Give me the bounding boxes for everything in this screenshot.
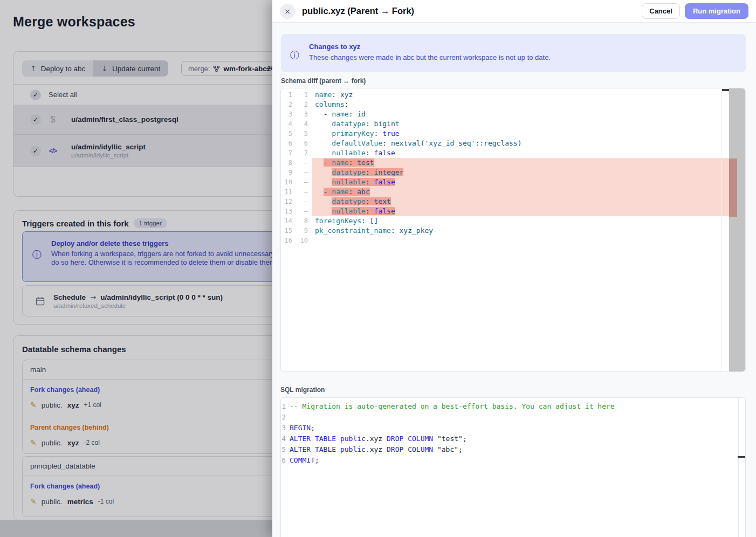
code-token: :: [366, 120, 374, 128]
code-token: DROP COLUMN: [387, 435, 437, 443]
code-token: xyz: [370, 445, 387, 453]
sql-code-line[interactable]: 5ALTER TABLE public.xyz DROP COLUMN "abc…: [281, 444, 745, 455]
code-token: integer: [374, 168, 404, 176]
diff-code-line[interactable]: 77 nullable: false: [281, 148, 745, 158]
diff-overview-ruler[interactable]: [729, 88, 745, 371]
line-number: 1: [281, 401, 290, 412]
code-token: name: [315, 91, 332, 99]
diff-code-line[interactable]: 10– nullable: false: [281, 177, 745, 187]
code-token: -: [324, 159, 332, 167]
modal-backdrop[interactable]: [0, 0, 272, 537]
code-token: []: [370, 217, 379, 225]
code-text: defaultValue: nextval('xyz_id_seq'::regc…: [312, 139, 729, 148]
new-line-number: 8: [297, 216, 312, 226]
code-text: nullable: false: [312, 148, 729, 158]
code-text: - name: test: [312, 158, 729, 168]
code-token: BEGIN: [290, 424, 311, 432]
code-text: BEGIN;: [290, 423, 738, 433]
old-line-number: 14: [281, 216, 297, 226]
code-token: :: [366, 197, 374, 205]
close-button[interactable]: ×: [280, 4, 295, 19]
line-number: 3: [281, 423, 290, 433]
code-token: public: [340, 445, 366, 453]
code-token: [315, 207, 332, 215]
old-line-number: 3: [281, 109, 297, 119]
diff-code-line[interactable]: 66 defaultValue: nextval('xyz_id_seq'::r…: [281, 139, 745, 148]
diff-code-line[interactable]: 33 - name: id: [281, 109, 745, 119]
new-line-number: 3: [297, 109, 312, 119]
diff-code-line[interactable]: 44 datatype: bigint: [281, 119, 745, 129]
code-token: public: [340, 435, 366, 443]
code-token: :: [366, 168, 374, 176]
diff-code-line[interactable]: 11– - name: abc: [281, 187, 745, 197]
banner-body: These changes were made in abc but the c…: [309, 53, 551, 61]
code-text: primaryKey: true: [312, 129, 729, 139]
code-token: defaultValue: [332, 139, 382, 147]
schema-diff-editor[interactable]: 11name: xyz22columns:33 - name: id44 dat…: [280, 88, 746, 372]
diff-code-area[interactable]: 11name: xyz22columns:33 - name: id44 dat…: [281, 88, 745, 371]
code-token: name: [332, 110, 348, 118]
code-text: name: xyz: [312, 90, 729, 100]
sql-code-line[interactable]: 2: [281, 412, 745, 423]
new-line-number: –: [297, 177, 312, 187]
code-token: nullable: [332, 207, 366, 215]
code-token: :: [366, 178, 374, 186]
code-text: - name: abc: [312, 187, 729, 197]
code-token: [315, 129, 332, 137]
sql-migration-editor[interactable]: 1-- Migration is auto-generated on a bes…: [280, 397, 746, 537]
diff-code-line[interactable]: 22columns:: [281, 100, 745, 109]
code-token: :: [374, 129, 383, 137]
old-line-number: 11: [281, 187, 297, 197]
code-token: -- Migration is auto-generated on a best…: [290, 402, 615, 410]
code-token: datatype: [332, 120, 366, 128]
deleted-region-marker: [729, 159, 737, 217]
line-number: 2: [281, 412, 290, 423]
code-token: [315, 197, 332, 205]
code-token: abc: [357, 188, 369, 196]
diff-code-line[interactable]: 9– datatype: integer: [281, 168, 745, 177]
screen: Merge workspaces ↑ Deploy to abc ↓ Updat…: [0, 0, 756, 537]
sql-migration-label: SQL migration: [280, 386, 325, 394]
code-text: - name: id: [312, 109, 729, 119]
run-migration-button[interactable]: Run migration: [685, 3, 748, 19]
diff-code-line[interactable]: 55 primaryKey: true: [281, 129, 745, 139]
sql-code-line[interactable]: 4ALTER TABLE public.xyz DROP COLUMN "tes…: [281, 433, 745, 444]
sql-code-area[interactable]: 1-- Migration is auto-generated on a bes…: [281, 398, 745, 537]
new-line-number: 5: [297, 129, 312, 139]
code-token: :: [349, 110, 358, 118]
scrollbar-thumb[interactable]: [722, 89, 730, 91]
diff-code-line[interactable]: 8– - name: test: [281, 158, 745, 168]
sql-code-line[interactable]: 1-- Migration is auto-generated on a bes…: [281, 401, 745, 412]
new-line-number: 1: [297, 90, 312, 100]
old-line-number: 9: [281, 168, 297, 177]
new-line-number: 2: [297, 100, 312, 109]
cancel-button[interactable]: Cancel: [642, 3, 680, 19]
code-token: bigint: [374, 120, 400, 128]
new-line-number: –: [297, 206, 312, 216]
old-line-number: 2: [281, 100, 297, 109]
diff-code-line[interactable]: 12– datatype: text: [281, 197, 745, 206]
code-token: nextval('xyz_id_seq'::regclass): [391, 139, 522, 147]
code-text: datatype: integer: [312, 168, 729, 177]
old-line-number: 12: [281, 197, 297, 206]
code-token: :: [361, 217, 370, 225]
code-token: DROP COLUMN: [387, 445, 437, 453]
code-token: ;: [311, 424, 315, 432]
diff-code-line[interactable]: 11name: xyz: [281, 90, 745, 100]
old-line-number: 8: [281, 158, 297, 168]
diff-code-line[interactable]: 13– nullable: false: [281, 206, 745, 216]
editor-divider: [721, 88, 722, 371]
code-token: .: [366, 435, 370, 443]
line-number: 5: [281, 444, 290, 455]
editor-divider: [738, 398, 739, 537]
new-line-number: –: [297, 168, 312, 177]
diff-code-line[interactable]: 148foreignKeys: []: [281, 216, 745, 226]
old-line-number: 15: [281, 226, 297, 236]
sql-code-line[interactable]: 6COMMIT;: [281, 455, 745, 466]
code-token: :: [391, 226, 400, 235]
code-text: datatype: bigint: [312, 119, 729, 129]
indent-guide: [319, 109, 319, 216]
diff-code-line[interactable]: 1610: [281, 236, 745, 245]
sql-code-line[interactable]: 3BEGIN;: [281, 423, 745, 433]
diff-code-line[interactable]: 159pk_constraint_name: xyz_pkey: [281, 226, 745, 236]
